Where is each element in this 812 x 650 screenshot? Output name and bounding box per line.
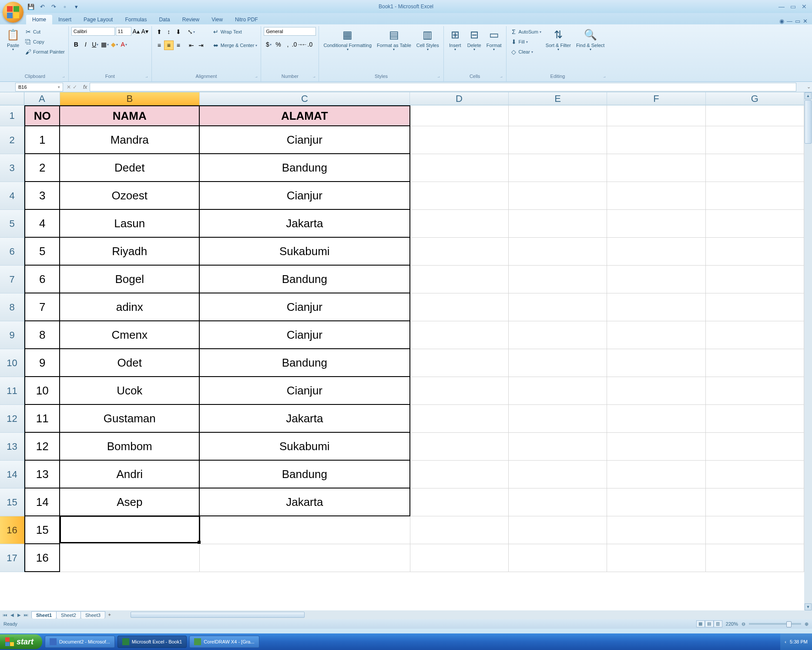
minimize-button[interactable]: —	[777, 3, 786, 10]
cell[interactable]	[706, 238, 804, 266]
cell[interactable]	[706, 488, 804, 516]
cell-styles-button[interactable]: ▥Cell Styles▾	[415, 27, 441, 53]
data-cell[interactable]	[60, 516, 200, 544]
data-cell[interactable]	[60, 544, 200, 572]
align-top-icon[interactable]: ⬆	[154, 27, 164, 37]
row-header-11[interactable]: 11	[0, 377, 24, 405]
ribbon-minimize-button[interactable]: —	[787, 18, 792, 24]
row-header-1[interactable]: 1	[0, 105, 24, 126]
row-header-5[interactable]: 5	[0, 210, 24, 238]
font-size-input[interactable]	[116, 27, 131, 36]
cell[interactable]	[509, 154, 607, 182]
data-cell[interactable]: Bandung	[200, 154, 410, 182]
cell[interactable]	[706, 126, 804, 154]
delete-cells-button[interactable]: ⊟Delete▾	[466, 27, 483, 53]
fill-color-icon[interactable]: ◆	[110, 40, 119, 49]
sheet-tab-2[interactable]: Sheet2	[56, 611, 81, 619]
data-cell[interactable]: Sukabumi	[200, 238, 410, 266]
tab-review[interactable]: Review	[176, 15, 205, 24]
increase-indent-icon[interactable]: ⇥	[196, 40, 206, 50]
clear-button[interactable]: ◇Clear	[509, 47, 542, 57]
cell[interactable]	[706, 349, 804, 377]
data-cell[interactable]: 5	[24, 238, 60, 266]
cell[interactable]	[410, 544, 509, 572]
cell[interactable]	[607, 349, 705, 377]
copy-button[interactable]: ⿻Copy	[23, 37, 66, 47]
cell[interactable]	[509, 461, 607, 488]
ribbon-restore-button[interactable]: ▭	[795, 18, 800, 24]
cell[interactable]	[706, 405, 804, 433]
cell[interactable]	[410, 516, 509, 544]
sheet-tab-3[interactable]: Sheet3	[81, 611, 105, 619]
taskbar-item-corel[interactable]: CorelDRAW X4 - [Gra...	[189, 636, 259, 648]
cell[interactable]	[509, 377, 607, 405]
data-cell[interactable]: Bandung	[200, 266, 410, 293]
data-cell[interactable]: Bombom	[60, 433, 200, 461]
restore-button[interactable]: ▭	[789, 3, 797, 10]
tab-page-layout[interactable]: Page Layout	[77, 15, 119, 24]
scroll-down-icon[interactable]: ▼	[805, 603, 812, 610]
cell[interactable]	[410, 238, 509, 266]
align-middle-icon[interactable]: ↕	[164, 27, 174, 37]
cell[interactable]	[706, 182, 804, 210]
sheet-nav-prev-icon[interactable]: ◀	[9, 613, 16, 617]
zoom-out-icon[interactable]: ⊖	[742, 621, 745, 627]
cell[interactable]	[607, 516, 705, 544]
taskbar-item-excel[interactable]: Microsoft Excel - Book1	[117, 636, 187, 648]
data-cell[interactable]: 1	[24, 126, 60, 154]
start-button[interactable]: start	[0, 634, 42, 649]
data-cell[interactable]: Gustaman	[60, 405, 200, 433]
cell[interactable]	[607, 126, 705, 154]
sheet-tab-1[interactable]: Sheet1	[31, 611, 57, 619]
column-header-a[interactable]: A	[24, 92, 60, 105]
cell[interactable]	[410, 433, 509, 461]
cell[interactable]	[706, 433, 804, 461]
comma-icon[interactable]: ,	[283, 40, 292, 49]
select-all-corner[interactable]	[0, 92, 24, 105]
cell[interactable]	[706, 105, 804, 126]
cell[interactable]	[607, 405, 705, 433]
normal-view-icon[interactable]: ▦	[696, 620, 705, 627]
align-left-icon[interactable]: ≡	[154, 40, 164, 50]
page-break-view-icon[interactable]: ▥	[714, 620, 722, 627]
row-header-14[interactable]: 14	[0, 461, 24, 488]
cell[interactable]	[509, 349, 607, 377]
hscroll-thumb[interactable]	[131, 612, 305, 618]
cell[interactable]	[410, 266, 509, 293]
tab-nitro-pdf[interactable]: Nitro PDF	[229, 15, 264, 24]
cell[interactable]	[607, 544, 705, 572]
grow-font-icon[interactable]: A▴	[132, 27, 140, 35]
data-cell[interactable]: Jakarta	[200, 405, 410, 433]
row-header-8[interactable]: 8	[0, 293, 24, 321]
conditional-formatting-button[interactable]: ▦Conditional Formatting▾	[322, 27, 373, 53]
data-cell[interactable]: 11	[24, 405, 60, 433]
cell[interactable]	[410, 488, 509, 516]
clock[interactable]: 5:38 PM	[790, 639, 808, 644]
data-cell[interactable]: 13	[24, 461, 60, 488]
close-button[interactable]: ✕	[800, 3, 809, 10]
data-cell[interactable]: Jakarta	[200, 210, 410, 238]
data-cell[interactable]: 10	[24, 377, 60, 405]
row-header-4[interactable]: 4	[0, 182, 24, 210]
data-cell[interactable]	[200, 516, 410, 544]
cell[interactable]	[706, 210, 804, 238]
vscroll-thumb[interactable]	[805, 100, 812, 144]
format-painter-button[interactable]: 🖌Format Painter	[23, 47, 66, 57]
column-header-c[interactable]: C	[200, 92, 410, 105]
data-cell[interactable]: adinx	[60, 293, 200, 321]
cell[interactable]	[509, 210, 607, 238]
data-cell[interactable]: Bandung	[200, 461, 410, 488]
row-header-10[interactable]: 10	[0, 349, 24, 377]
horizontal-scrollbar[interactable]	[123, 611, 812, 618]
cell[interactable]	[607, 433, 705, 461]
formula-expand-icon[interactable]: ⌄	[805, 84, 812, 90]
cell[interactable]	[509, 182, 607, 210]
row-header-15[interactable]: 15	[0, 488, 24, 516]
sort-filter-button[interactable]: ⇅Sort & Filter▾	[544, 27, 573, 53]
row-header-9[interactable]: 9	[0, 321, 24, 349]
cell[interactable]	[410, 126, 509, 154]
cell[interactable]	[410, 405, 509, 433]
data-cell[interactable]: 7	[24, 293, 60, 321]
merge-center-button[interactable]: ⬌Merge & Center	[211, 40, 258, 50]
vertical-scrollbar[interactable]: ▲ ▼	[804, 92, 812, 610]
